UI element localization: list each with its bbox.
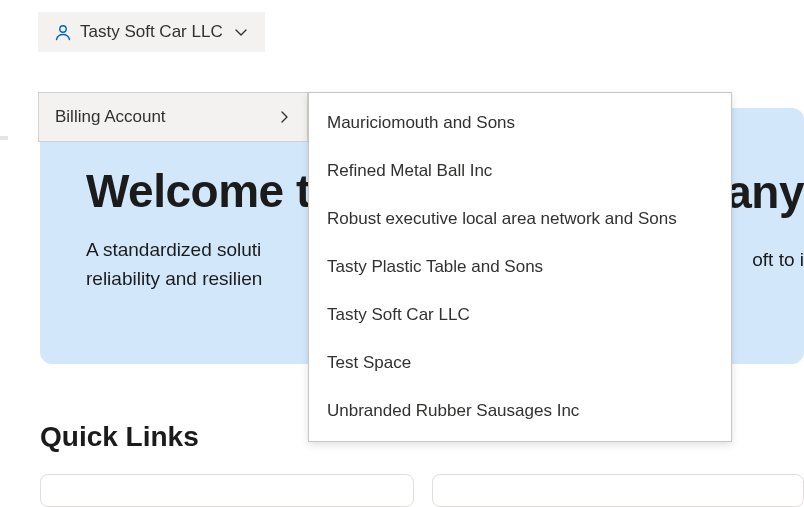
account-selected-name: Tasty Soft Car LLC	[80, 22, 223, 42]
quick-links-heading: Quick Links	[40, 421, 199, 453]
chevron-down-icon	[233, 24, 249, 40]
welcome-subtitle-line2: reliability and resilien	[86, 268, 262, 289]
svg-point-0	[60, 26, 66, 32]
dropdown-item[interactable]: Robust executive local area network and …	[309, 195, 731, 243]
dropdown-item[interactable]: Unbranded Rubber Sausages Inc	[309, 387, 731, 435]
dropdown-item[interactable]: Tasty Plastic Table and Sons	[309, 243, 731, 291]
welcome-subtitle-line1: A standardized soluti	[86, 239, 261, 260]
chevron-right-icon	[277, 110, 291, 124]
dropdown-item[interactable]: Refined Metal Ball Inc	[309, 147, 731, 195]
person-icon	[54, 23, 72, 41]
quick-link-card[interactable]	[40, 474, 414, 507]
dropdown-item[interactable]: Mauriciomouth and Sons	[309, 99, 731, 147]
side-divider	[0, 136, 8, 140]
welcome-subtitle-right-fragment: oft to i	[752, 246, 804, 275]
billing-account-menu-item[interactable]: Billing Account	[38, 92, 308, 142]
billing-account-label: Billing Account	[55, 107, 166, 127]
dropdown-item[interactable]: Tasty Soft Car LLC	[309, 291, 731, 339]
dropdown-item[interactable]: Test Space	[309, 339, 731, 387]
quick-link-card[interactable]	[432, 474, 804, 507]
account-selector[interactable]: Tasty Soft Car LLC	[38, 12, 265, 52]
billing-account-dropdown: Mauriciomouth and Sons Refined Metal Bal…	[308, 92, 732, 442]
